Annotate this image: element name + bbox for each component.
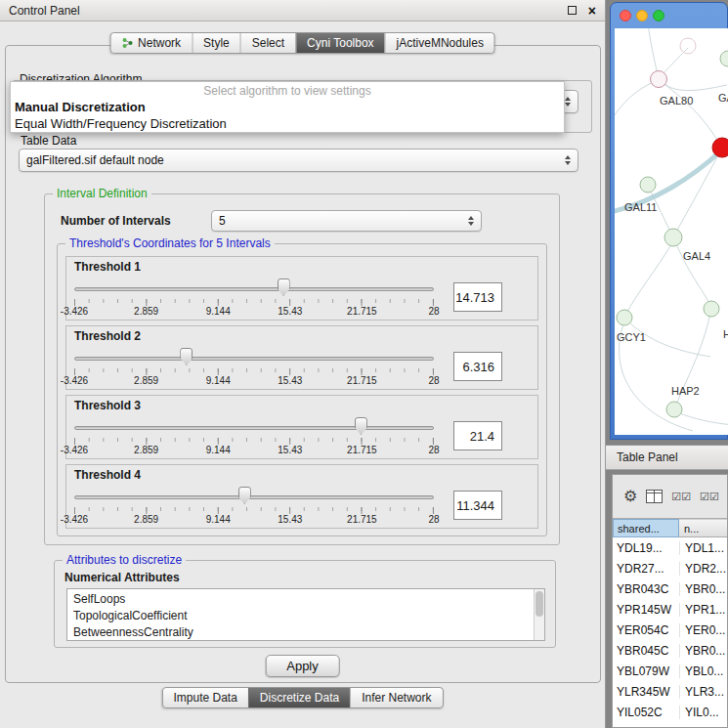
mac-zoom-button[interactable] bbox=[653, 10, 664, 21]
node[interactable] bbox=[640, 177, 656, 193]
select-rows-icon[interactable]: ☑☑ bbox=[700, 491, 719, 503]
dropdown-option-equal-width[interactable]: Equal Width/Frequency Discretization bbox=[11, 115, 564, 132]
cell[interactable]: YBR0... bbox=[679, 644, 727, 658]
threshold-2-value-field[interactable]: 6.316 bbox=[453, 352, 502, 381]
table-row[interactable]: YIL052CYIL0... bbox=[613, 702, 727, 722]
cell[interactable]: YBL079W bbox=[613, 664, 679, 678]
cell[interactable]: YPR145W bbox=[613, 603, 679, 617]
node-label-partial: H bbox=[723, 328, 728, 340]
numerical-attributes-label: Numerical Attributes bbox=[64, 571, 180, 584]
node-label-gal4: GAL4 bbox=[683, 250, 710, 262]
slider-thumb[interactable] bbox=[278, 278, 290, 296]
tab-select[interactable]: Select bbox=[240, 33, 295, 53]
dropdown-option-manual-discretization[interactable]: Manual Discretization bbox=[11, 99, 564, 115]
apply-button[interactable]: Apply bbox=[265, 655, 340, 677]
cell[interactable]: YDL1... bbox=[679, 541, 727, 555]
table-row[interactable]: YBR043CYBR0... bbox=[613, 578, 727, 599]
threshold-1-panel: Threshold 1 -3.4262.8599.14415.4321.7152… bbox=[65, 256, 538, 321]
cell[interactable]: YER0... bbox=[679, 623, 727, 637]
node[interactable] bbox=[680, 38, 696, 54]
threshold-label: Threshold 4 bbox=[74, 468, 530, 484]
slider-thumb[interactable] bbox=[180, 348, 193, 365]
cell[interactable]: YDR2... bbox=[679, 562, 727, 576]
table-row[interactable]: YER054CYER0... bbox=[613, 620, 727, 640]
tab-impute-data[interactable]: Impute Data bbox=[162, 688, 247, 707]
column-header-shared-name[interactable]: shared... bbox=[613, 519, 679, 537]
threshold-1-value-field[interactable]: 14.713 bbox=[453, 282, 502, 312]
gear-icon[interactable]: ⚙ bbox=[623, 489, 637, 504]
cell[interactable]: YBR0... bbox=[679, 582, 727, 596]
slider-track[interactable] bbox=[74, 495, 434, 499]
table-row[interactable]: YDR27...YDR2... bbox=[613, 558, 727, 578]
select-all-icon[interactable]: ☑☑ bbox=[671, 491, 691, 503]
tab-cyni-toolbox[interactable]: Cyni Toolbox bbox=[295, 33, 384, 53]
slider-thumb[interactable] bbox=[238, 487, 251, 504]
table-row[interactable]: YBR045CYBR0... bbox=[613, 640, 727, 661]
tab-network[interactable]: Network bbox=[110, 33, 192, 53]
columns-icon[interactable] bbox=[646, 490, 663, 503]
cell[interactable]: YIL0... bbox=[679, 706, 727, 719]
cell[interactable]: YIL052C bbox=[613, 706, 679, 719]
tab-style[interactable]: Style bbox=[192, 33, 240, 53]
threshold-label: Threshold 1 bbox=[74, 260, 530, 276]
dropdown-placeholder-item[interactable]: Select algorithm to view settings bbox=[11, 82, 564, 99]
tab-discretize-data[interactable]: Discretize Data bbox=[248, 688, 350, 707]
slider-track[interactable] bbox=[74, 426, 434, 430]
slider-track[interactable] bbox=[74, 357, 434, 361]
cell[interactable]: YDL19... bbox=[613, 541, 679, 555]
mac-minimize-button[interactable] bbox=[636, 10, 648, 21]
node[interactable] bbox=[720, 51, 728, 66]
cell[interactable]: YBR043C bbox=[613, 582, 679, 596]
attributes-group-title: Attributes to discretize bbox=[63, 553, 186, 567]
threshold-3-value-field[interactable]: 21.4 bbox=[453, 421, 502, 450]
table-row[interactable]: YLR345WYLR3... bbox=[613, 681, 727, 702]
table-panel-title: Table Panel bbox=[617, 450, 678, 464]
node[interactable] bbox=[704, 301, 719, 317]
node-selected-red[interactable] bbox=[712, 138, 728, 157]
cell[interactable]: YBR045C bbox=[613, 644, 679, 658]
column-header-name[interactable]: n... bbox=[679, 519, 727, 537]
algorithm-dropdown-popup: Select algorithm to view settings Manual… bbox=[10, 81, 565, 133]
mac-close-button[interactable] bbox=[620, 10, 631, 21]
tab-jactivemnodules[interactable]: jActiveMNodules bbox=[385, 33, 494, 53]
threshold-4-value-field[interactable]: 11.344 bbox=[453, 491, 502, 520]
node-label-partial: GA bbox=[718, 92, 728, 104]
node-gcy1[interactable] bbox=[617, 310, 632, 325]
tab-label: Select bbox=[252, 36, 284, 50]
cell[interactable]: YPR1... bbox=[679, 603, 727, 617]
threshold-4-slider[interactable]: -3.4262.8599.14415.4321.71528 bbox=[74, 484, 438, 527]
cell[interactable]: YER054C bbox=[613, 623, 679, 637]
slider-scale: -3.4262.8599.14415.4321.71528 bbox=[74, 445, 434, 456]
tab-infer-network[interactable]: Infer Network bbox=[350, 688, 442, 707]
list-item[interactable]: SelfLoops bbox=[67, 591, 544, 608]
node-hap2[interactable] bbox=[666, 402, 682, 417]
scrollbar-thumb[interactable] bbox=[535, 591, 543, 617]
threshold-2-slider[interactable]: -3.4262.8599.14415.4321.71528 bbox=[74, 345, 438, 388]
slider-track[interactable] bbox=[74, 287, 434, 291]
network-canvas[interactable]: GAL80 GA GAL11 GAL4 GCY1 H HAP2 bbox=[615, 28, 728, 435]
table-body: YDL19...YDL1... YDR27...YDR2... YBR043CY… bbox=[613, 537, 727, 727]
control-panel: Control Panel × Network Style Select Cyn… bbox=[0, 0, 606, 728]
node-gal4[interactable] bbox=[664, 229, 682, 246]
table-row[interactable]: YBL079WYBL0... bbox=[613, 661, 727, 681]
table-row[interactable]: YPR145WYPR1... bbox=[613, 599, 727, 620]
threshold-1-slider[interactable]: -3.4262.8599.14415.4321.71528 bbox=[74, 276, 438, 319]
table-data-combobox[interactable]: galFiltered.sif default node bbox=[19, 149, 578, 172]
table-row[interactable]: YDL19...YDL1... bbox=[613, 537, 727, 558]
cell[interactable]: YBL0... bbox=[679, 664, 727, 678]
attributes-list[interactable]: SelfLoops TopologicalCoefficient Between… bbox=[66, 588, 545, 641]
number-of-intervals-combobox[interactable]: 5 bbox=[211, 210, 482, 232]
cell[interactable]: YDR27... bbox=[613, 562, 679, 576]
list-item[interactable]: BetweennessCentrality bbox=[67, 624, 544, 641]
cell[interactable]: YLR345W bbox=[613, 685, 679, 699]
node-gal80[interactable] bbox=[651, 71, 667, 88]
threshold-3-slider[interactable]: -3.4262.8599.14415.4321.71528 bbox=[74, 414, 438, 457]
slider-scale: -3.4262.8599.14415.4321.71528 bbox=[74, 375, 434, 387]
float-window-icon[interactable] bbox=[568, 6, 577, 15]
close-icon[interactable]: × bbox=[588, 6, 596, 16]
attributes-scrollbar[interactable] bbox=[534, 589, 544, 640]
table-header-row: shared... n... bbox=[613, 518, 727, 537]
slider-thumb[interactable] bbox=[355, 417, 367, 435]
cell[interactable]: YLR3... bbox=[679, 685, 727, 699]
list-item[interactable]: TopologicalCoefficient bbox=[67, 608, 544, 624]
